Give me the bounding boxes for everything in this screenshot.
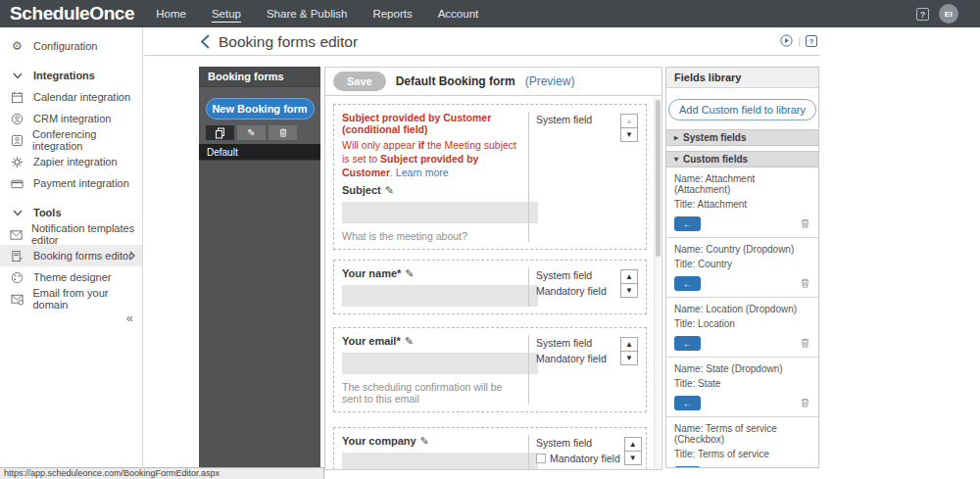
trash-icon[interactable]: [800, 337, 810, 349]
your-company-input[interactable]: [342, 453, 538, 469]
trash-icon[interactable]: [800, 397, 810, 408]
edit-pencil-icon[interactable]: ✎: [405, 335, 414, 347]
move-down-button[interactable]: ▼: [624, 451, 642, 465]
conditional-field-note: Will only appear if the Meeting subject …: [342, 138, 522, 179]
edit-pencil-icon[interactable]: ✎: [420, 435, 429, 447]
system-field-badge: System field: [536, 112, 616, 127]
booking-forms-panel: Booking forms New Booking form ✎ Default: [199, 67, 320, 470]
your-email-input[interactable]: [342, 353, 538, 374]
editor-scrollbar[interactable]: [654, 98, 661, 468]
library-item-title: Title: Location: [674, 318, 810, 329]
library-item-location: Name: Location (Dropdown) Title: Locatio…: [666, 298, 818, 358]
page-header: Booking forms editor | ?: [144, 27, 819, 56]
library-item-country: Name: Country (Dropdown) Title: Country …: [666, 238, 818, 298]
nav-item-home[interactable]: Home: [156, 6, 186, 23]
nav-item-reports[interactable]: Reports: [372, 6, 412, 23]
mandatory-field-badge: Mandatory field: [536, 283, 616, 299]
sidebar-item-label: Calendar integration: [33, 91, 130, 103]
sidebar-item-label: Notification templates editor: [31, 222, 142, 246]
sidebar-item-email-from-your-domain[interactable]: Email from your domain: [0, 288, 142, 310]
triangle-expanded-icon: ▾: [674, 155, 678, 164]
duplicate-form-button[interactable]: [206, 125, 234, 140]
library-item-attachment: Name: Attachment (Attachment) Title: Att…: [666, 168, 818, 238]
move-down-button[interactable]: ▼: [620, 351, 638, 365]
mandatory-checkbox[interactable]: [536, 454, 546, 463]
move-to-form-button[interactable]: ←: [674, 216, 701, 231]
new-booking-form-button[interactable]: New Booking form: [206, 98, 315, 120]
copy-icon: [215, 127, 225, 139]
triangle-collapsed-icon: ▸: [674, 133, 678, 142]
move-down-button[interactable]: ▼: [620, 283, 638, 298]
sidebar-item-label: Payment integration: [33, 177, 129, 189]
sidebar-item-notification-templates-editor[interactable]: Notification templates editor: [0, 223, 142, 245]
booking-forms-list: Default: [199, 144, 320, 470]
field-label: Your name*✎: [342, 267, 522, 280]
sidebar-item-label: Conferencing integration: [32, 128, 142, 152]
learn-more-link[interactable]: Learn more: [396, 167, 449, 178]
move-to-form-button[interactable]: ←: [674, 336, 701, 351]
scrollbar-thumb[interactable]: [656, 100, 661, 257]
booking-forms-panel-title: Booking forms: [199, 67, 320, 87]
move-up-button[interactable]: ▲: [624, 437, 642, 452]
help-icon[interactable]: ?: [916, 8, 929, 21]
sidebar-item-crm-integration[interactable]: CRM integration: [0, 108, 142, 129]
delete-form-button[interactable]: [269, 125, 297, 140]
scheduleonce-logo: ScheduleOnce: [10, 3, 134, 24]
trash-icon[interactable]: [800, 217, 810, 229]
move-up-button[interactable]: ▲: [620, 114, 638, 128]
preview-link[interactable]: (Preview): [525, 74, 575, 88]
system-fields-section[interactable]: ▸ System fields: [666, 129, 818, 146]
your-name-input[interactable]: [342, 285, 538, 307]
move-to-form-button[interactable]: ←: [674, 396, 701, 410]
save-button[interactable]: Save: [333, 72, 386, 91]
sidebar-item-booking-forms-editor[interactable]: Booking forms editor: [0, 245, 142, 266]
calendar-icon: [10, 91, 24, 104]
sidebar-item-calendar-integration[interactable]: Calendar integration: [0, 86, 142, 108]
remove-field-icon[interactable]: ✕: [536, 469, 547, 470]
crm-icon: [10, 113, 24, 125]
library-item-name: Name: State (Dropdown): [674, 363, 810, 374]
setup-sidebar: ⚙ Configuration Integrations Calendar in…: [0, 27, 143, 479]
sidebar-item-configuration[interactable]: ⚙ Configuration: [0, 35, 142, 57]
move-to-form-button[interactable]: ←: [674, 276, 701, 291]
sidebar-collapse-icon[interactable]: «: [126, 311, 133, 325]
credit-card-icon: [10, 177, 24, 190]
subject-input[interactable]: [342, 202, 538, 223]
move-up-button[interactable]: ▲: [620, 337, 638, 352]
library-item-name: Name: Country (Dropdown): [674, 244, 810, 255]
sidebar-item-payment-integration[interactable]: Payment integration: [0, 172, 142, 194]
sidebar-item-label: Email from your domain: [32, 287, 142, 311]
nav-item-account[interactable]: Account: [438, 6, 479, 23]
edit-pencil-icon[interactable]: ✎: [385, 184, 394, 196]
play-tour-icon[interactable]: [780, 34, 793, 47]
envelope-domain-icon: [10, 293, 24, 306]
help-icon[interactable]: ?: [806, 35, 817, 47]
move-to-form-button[interactable]: ←: [674, 466, 701, 468]
user-avatar[interactable]: EI: [939, 4, 958, 24]
library-item-state: Name: State (Dropdown) Title: State ←: [666, 358, 818, 417]
booking-form-list-item[interactable]: Default: [199, 144, 320, 161]
sidebar-item-zapier-integration[interactable]: Zapier integration: [0, 151, 142, 172]
move-up-button[interactable]: ▲: [620, 269, 638, 284]
sidebar-item-theme-designer[interactable]: Theme designer: [0, 266, 142, 288]
sidebar-item-label: Zapier integration: [33, 156, 118, 168]
back-icon[interactable]: [200, 34, 211, 49]
trash-icon[interactable]: [800, 277, 810, 289]
sidebar-section-label: Tools: [33, 207, 62, 218]
custom-fields-section[interactable]: ▾ Custom fields: [666, 151, 818, 168]
nav-item-share-publish[interactable]: Share & Publish: [267, 6, 347, 23]
divider: |: [798, 35, 801, 47]
sidebar-item-conferencing-integration[interactable]: Conferencing integration: [0, 129, 142, 151]
sidebar-section-integrations[interactable]: Integrations: [0, 65, 142, 86]
remove-field-label[interactable]: Remove field: [551, 466, 611, 469]
trash-icon[interactable]: [800, 467, 810, 468]
edit-form-button[interactable]: ✎: [237, 125, 266, 140]
add-custom-field-button[interactable]: Add Custom field to library: [668, 99, 816, 120]
edit-pencil-icon[interactable]: ✎: [405, 267, 414, 279]
nav-item-setup[interactable]: Setup: [212, 6, 241, 23]
sidebar-section-tools[interactable]: Tools: [0, 202, 142, 223]
field-label: Your company✎: [342, 435, 522, 448]
move-down-button[interactable]: ▼: [620, 127, 638, 142]
palette-icon: [10, 271, 24, 284]
form-fields-list: Subject provided by Customer (conditiona…: [325, 97, 653, 469]
